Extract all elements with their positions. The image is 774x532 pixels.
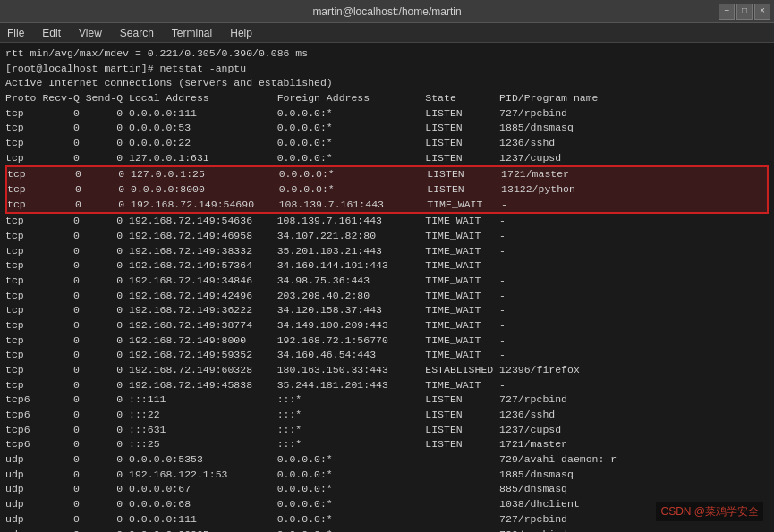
terminal-line: tcp 0 0 192.168.72.149:34846 34.98.75.36… [5,274,769,289]
terminal-line: tcp 0 0 0.0.0.0:8000 0.0.0.0:* LISTEN 13… [7,182,767,198]
terminal-line: tcp 0 0 192.168.72.149:36222 34.120.158.… [5,303,769,318]
menu-search[interactable]: Search [116,25,157,41]
terminal-line: tcp 0 0 192.168.72.149:57364 34.160.144.… [5,258,769,274]
terminal-window: martin@localhost:/home/martin − □ × File… [0,0,774,532]
window-controls[interactable]: − □ × [719,4,770,20]
terminal-line: tcp 0 0 0.0.0.0:53 0.0.0.0:* LISTEN 1885… [5,121,769,136]
menu-help[interactable]: Help [226,25,256,41]
terminal-line: tcp6 0 0 :::111 :::* LISTEN 727/rpcbind [5,393,769,408]
terminal-line: tcp 0 0 192.168.72.149:38774 34.149.100.… [5,318,769,334]
terminal-line: Proto Recv-Q Send-Q Local Address Foreig… [5,91,769,106]
terminal-line: tcp 0 0 192.168.72.149:60328 180.163.150… [5,363,769,378]
maximize-button[interactable]: □ [736,4,753,20]
window-title: martin@localhost:/home/martin [312,5,461,18]
terminal-line: tcp 0 0 192.168.72.149:8000 192.168.72.1… [5,334,769,349]
menu-file[interactable]: File [4,25,28,41]
menu-view[interactable]: View [75,25,106,41]
terminal-line: tcp 0 0 127.0.0.1:25 0.0.0.0:* LISTEN 17… [7,167,767,182]
terminal-line: udp 0 0 0.0.0.0:68 0.0.0.0:* 1038/dhclie… [5,497,769,512]
menu-terminal[interactable]: Terminal [168,25,216,41]
terminal-line: tcp 0 0 192.168.72.149:54690 108.139.7.1… [7,198,767,213]
terminal-line: tcp 0 0 192.168.72.149:42496 203.208.40.… [5,289,769,304]
terminal-line: udp 0 0 0.0.0.0:111 0.0.0.0:* 727/rpcbin… [5,512,769,528]
terminal-line: tcp 0 0 192.168.72.149:46958 34.107.221.… [5,229,769,244]
terminal-line: [root@localhost martin]# netstat -anptu [5,62,769,77]
menu-edit[interactable]: Edit [38,25,64,41]
terminal-output[interactable]: rtt min/avg/max/mdev = 0.221/0.305/0.390… [0,43,774,532]
terminal-line: tcp 0 0 192.168.72.149:59352 34.160.46.5… [5,348,769,363]
title-bar: martin@localhost:/home/martin − □ × [0,0,774,23]
terminal-line: udp 0 0 0.0.0.0:67 0.0.0.0:* 885/dnsmasq [5,482,769,497]
menu-bar: File Edit View Search Terminal Help [0,23,774,43]
terminal-line: tcp 0 0 192.168.72.149:45838 35.244.181.… [5,378,769,393]
terminal-line: udp 0 0 192.168.122.1:53 0.0.0.0:* 1885/… [5,468,769,483]
terminal-line: Active Internet connections (servers and… [5,76,769,91]
terminal-line: udp 0 0 0.0.0.0:39205 0.0.0.0:* 729/avah… [5,528,769,533]
close-button[interactable]: × [754,4,770,20]
terminal-line: tcp 0 0 0.0.0.0:111 0.0.0.0:* LISTEN 727… [5,106,769,122]
minimize-button[interactable]: − [719,4,735,20]
terminal-line: udp 0 0 0.0.0.0:5353 0.0.0.0:* 729/avahi… [5,452,769,468]
watermark: CSDN @菜鸡学安全 [656,502,763,521]
terminal-line: tcp 0 0 127.0.0.1:631 0.0.0.0:* LISTEN 1… [5,151,769,166]
terminal-line: tcp6 0 0 :::631 :::* LISTEN 1237/cupsd [5,423,769,438]
terminal-line: tcp6 0 0 :::25 :::* LISTEN 1721/master [5,437,769,452]
terminal-line: tcp6 0 0 :::22 :::* LISTEN 1236/sshd [5,408,769,423]
terminal-line: tcp 0 0 0.0.0.0:22 0.0.0.0:* LISTEN 1236… [5,136,769,151]
terminal-line: rtt min/avg/max/mdev = 0.221/0.305/0.390… [5,46,769,62]
terminal-line: tcp 0 0 192.168.72.149:38332 35.201.103.… [5,244,769,259]
highlighted-block: tcp 0 0 127.0.0.1:25 0.0.0.0:* LISTEN 17… [5,165,769,214]
terminal-line: tcp 0 0 192.168.72.149:54636 108.139.7.1… [5,214,769,229]
